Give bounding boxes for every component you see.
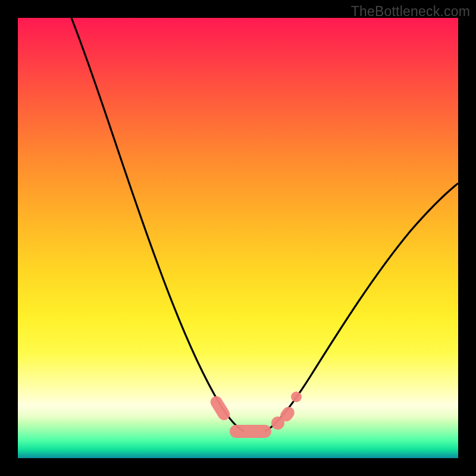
left-branch — [71, 18, 244, 431]
highlight-segment-2 — [230, 425, 271, 438]
plot-area — [18, 18, 458, 458]
attribution-text: TheBottleneck.com — [351, 4, 470, 20]
chart-frame: TheBottleneck.com — [0, 0, 476, 476]
highlight-dot-2 — [291, 392, 302, 402]
curve-layer — [18, 18, 458, 458]
